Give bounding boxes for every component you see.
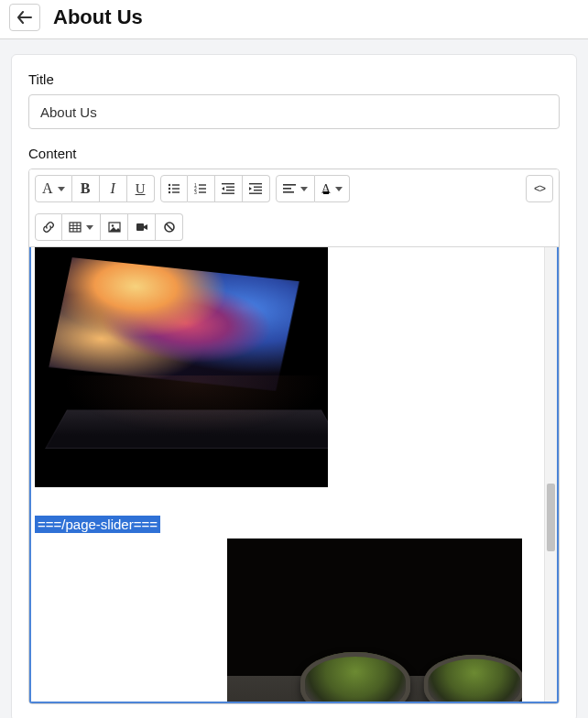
- bold-icon: B: [81, 180, 91, 197]
- header-bar: About Us: [0, 0, 588, 39]
- svg-point-2: [168, 188, 169, 190]
- bold-button[interactable]: B: [72, 175, 100, 202]
- unordered-list-button[interactable]: [160, 175, 188, 202]
- back-button[interactable]: [9, 4, 40, 31]
- svg-rect-18: [254, 190, 262, 190]
- svg-rect-13: [226, 187, 234, 188]
- align-color-group: A: [276, 175, 351, 202]
- image-button[interactable]: [101, 213, 128, 241]
- svg-rect-15: [222, 193, 234, 194]
- content-image-laptop[interactable]: [35, 247, 328, 487]
- font-color-button[interactable]: A: [315, 175, 351, 202]
- editor-content-area[interactable]: ===/page-slider===: [29, 247, 559, 703]
- ordered-list-button[interactable]: 1 2 3: [188, 175, 215, 202]
- svg-rect-20: [283, 184, 296, 186]
- svg-rect-21: [283, 188, 291, 190]
- svg-rect-12: [222, 183, 234, 184]
- svg-rect-16: [249, 183, 262, 184]
- font-color-icon: A: [321, 181, 332, 197]
- link-button[interactable]: [35, 213, 62, 241]
- caret-down-icon: [300, 187, 308, 191]
- title-label: Title: [28, 71, 560, 87]
- caret-down-icon: [335, 187, 343, 191]
- svg-point-0: [168, 184, 169, 186]
- font-style-group: A B I U: [35, 175, 155, 202]
- svg-rect-9: [199, 188, 206, 189]
- list-group: 1 2 3: [160, 175, 270, 202]
- font-family-button[interactable]: A: [35, 175, 72, 202]
- caret-down-icon: [86, 225, 93, 230]
- caret-down-icon: [58, 187, 65, 191]
- remove-format-button[interactable]: [156, 213, 183, 241]
- list-ol-icon: 1 2 3: [194, 182, 207, 195]
- svg-point-4: [168, 191, 169, 193]
- page-title: About Us: [53, 5, 143, 29]
- table-icon: [69, 221, 82, 234]
- svg-rect-19: [249, 193, 262, 194]
- rich-text-editor: A B I U: [28, 169, 560, 704]
- svg-line-32: [166, 224, 172, 231]
- svg-rect-3: [172, 188, 180, 189]
- editor-inner: ===/page-slider===: [31, 247, 544, 702]
- indent-button[interactable]: [243, 175, 270, 202]
- indent-icon: [249, 182, 262, 195]
- title-input[interactable]: [28, 94, 560, 129]
- content-image-bowls[interactable]: [227, 538, 522, 702]
- list-ul-icon: [168, 182, 180, 195]
- svg-rect-11: [199, 191, 206, 192]
- ban-icon: [163, 221, 176, 234]
- svg-rect-23: [70, 223, 81, 232]
- arrow-left-icon: [17, 11, 32, 24]
- svg-rect-14: [226, 190, 234, 190]
- editor-toolbar: A B I U: [29, 169, 559, 247]
- svg-rect-7: [199, 184, 206, 185]
- underline-icon: U: [136, 181, 146, 197]
- svg-rect-17: [254, 187, 262, 188]
- svg-rect-5: [172, 191, 180, 192]
- svg-rect-1: [172, 184, 180, 185]
- scrollbar-thumb[interactable]: [547, 484, 555, 551]
- italic-button[interactable]: I: [100, 175, 127, 202]
- slider-close-tag[interactable]: ===/page-slider===: [35, 516, 160, 533]
- align-left-icon: [283, 182, 296, 195]
- form-panel: Title Content A B I: [11, 54, 577, 718]
- underline-button[interactable]: U: [127, 175, 155, 202]
- outdent-icon: [222, 182, 234, 195]
- code-view-button[interactable]: <>: [526, 175, 553, 202]
- table-button[interactable]: [62, 213, 101, 241]
- italic-icon: I: [110, 180, 114, 197]
- code-icon: <>: [534, 182, 545, 195]
- panel-wrapper: Title Content A B I: [0, 39, 588, 718]
- outdent-button[interactable]: [215, 175, 243, 202]
- svg-rect-22: [283, 191, 294, 193]
- link-icon: [42, 221, 55, 234]
- video-button[interactable]: [128, 213, 156, 241]
- svg-point-29: [111, 224, 113, 226]
- insert-group: [35, 213, 183, 241]
- content-label: Content: [28, 146, 560, 161]
- scrollbar-track[interactable]: [544, 247, 557, 702]
- font-icon: A: [42, 180, 53, 197]
- image-icon: [108, 221, 121, 234]
- svg-text:3: 3: [194, 190, 197, 195]
- svg-rect-30: [136, 223, 144, 231]
- align-button[interactable]: [276, 175, 315, 202]
- video-icon: [136, 221, 148, 234]
